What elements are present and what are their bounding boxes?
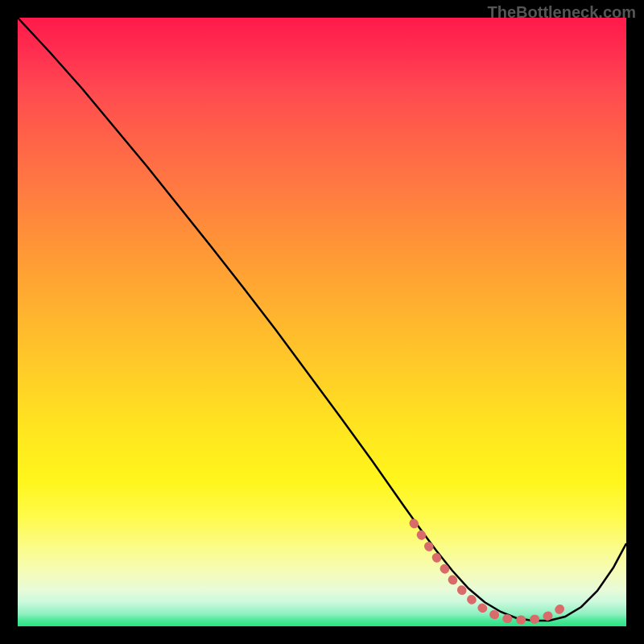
bottleneck-curve	[18, 18, 626, 621]
chart-svg	[18, 18, 626, 626]
chart-area	[18, 18, 626, 626]
watermark-text: TheBottleneck.com	[488, 3, 636, 22]
